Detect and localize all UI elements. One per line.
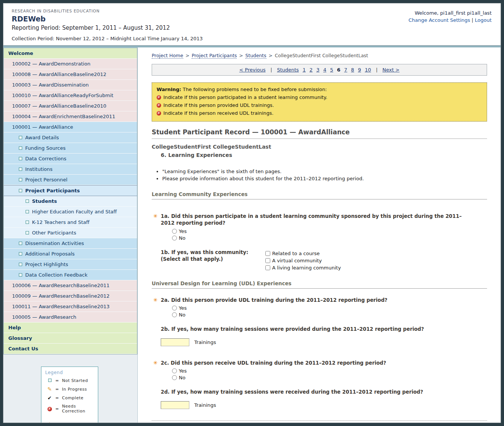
app-title: RDEWeb (12, 15, 203, 23)
sidebar-item[interactable]: Higher Education Faculty and Staff (4, 207, 137, 217)
previous-page-link[interactable]: < Previous (239, 67, 266, 73)
legend-equals: = (55, 422, 59, 423)
sidebar-item[interactable]: Funding Sources (4, 143, 137, 154)
checkbox-option[interactable]: Related to a course (265, 251, 341, 256)
legend-item-label: Not Started (62, 378, 88, 383)
sidebar-item[interactable]: 100004 — AwardEnrichmentBaseline2011 (4, 111, 137, 122)
checkbox[interactable] (265, 251, 270, 256)
warning-items: ✗Indicate if this person participated in… (157, 94, 482, 116)
page-number-link[interactable]: 8 (351, 67, 354, 73)
not-started-icon (19, 178, 22, 181)
radio-option-yes[interactable]: Yes (172, 228, 475, 234)
sidebar-item[interactable]: 100006 — AwardResearchBaseline2011 (4, 280, 137, 291)
radio-button[interactable] (172, 236, 177, 240)
sidebar-item[interactable]: 100001 — AwardAlliance (4, 122, 137, 132)
sidebar-item[interactable]: 100005 — AwardResearch (4, 312, 137, 323)
sidebar-item[interactable]: Additional Proposals (4, 249, 137, 259)
checkbox[interactable] (265, 258, 270, 263)
page-header: RESEARCH IN DISABILITIES EDUCATION RDEWe… (3, 3, 501, 45)
page-number-link[interactable]: 7 (344, 67, 347, 73)
page-number-link[interactable]: 3 (316, 67, 319, 73)
sidebar-item[interactable]: 100003 — AwardDissemination (4, 80, 137, 90)
sidebar-item-label: Data Collection Feedback (25, 272, 88, 278)
sidebar-item-label: Additional Proposals (25, 251, 75, 257)
page-number-link[interactable]: 2 (309, 67, 312, 73)
page-number-link[interactable]: 9 (358, 67, 361, 73)
sidebar-item[interactable]: 100009 — AwardResearchBaseline2012 (4, 291, 137, 301)
radio-option-yes[interactable]: Yes (172, 368, 475, 374)
sidebar-item[interactable]: Students (4, 196, 137, 207)
sidebar-item[interactable]: Data Collection Feedback (4, 270, 137, 280)
radio-option-no[interactable]: No (172, 312, 475, 318)
sidebar-item[interactable]: 100002 — AwardDemonstration (4, 59, 137, 69)
radio-button[interactable] (172, 229, 177, 234)
account-links: Change Account Settings|Logout (408, 17, 492, 23)
sidebar-item-label: Project Highlights (25, 262, 68, 267)
sidebar-item[interactable]: 100011 — AwardResearchBaseline2013 (4, 301, 137, 312)
sidebar-item[interactable]: Project Personnel (4, 175, 137, 185)
question-1b-line1: 1b. If yes, was this community: (161, 249, 265, 256)
pagination-separator: | (376, 67, 378, 73)
radio-option-yes[interactable]: Yes (172, 305, 475, 311)
question-1b-options: Related to a courseA virtual communityA … (265, 249, 341, 271)
legend-equals: = (55, 406, 59, 411)
question-1b: 1b. If yes, was this community: (Select … (152, 249, 487, 271)
part-heading: 6. Learning Experiences (161, 152, 487, 158)
students-list-link[interactable]: Students (277, 67, 299, 73)
sidebar-item[interactable]: Dissemination Activities (4, 238, 137, 249)
legend-item-label: Required (62, 422, 82, 423)
sidebar-item-label: 100004 — AwardEnrichmentBaseline2011 (12, 114, 115, 119)
checkbox-option[interactable]: A virtual community (265, 258, 341, 263)
breadcrumb-link-project-participants[interactable]: Project Participants (192, 53, 237, 59)
page-number-links: 12345678910 (301, 67, 373, 73)
trainings-provided-input[interactable] (161, 338, 189, 346)
breadcrumb-current: CollegeStudentFirst CollegeStudentLast (275, 53, 368, 58)
sidebar-item[interactable]: Award Details (4, 132, 137, 143)
question-1a-options: YesNo (172, 228, 475, 241)
checkbox-option-label: A living learning community (272, 265, 341, 271)
radio-button[interactable] (172, 368, 177, 373)
sidebar-item[interactable]: Other Participants (4, 228, 137, 238)
page-number-link[interactable]: 1 (303, 67, 306, 73)
radio-option-no[interactable]: No (172, 375, 475, 380)
change-account-settings-link[interactable]: Change Account Settings (408, 17, 470, 23)
current-page-number: 6 (337, 67, 340, 73)
sidebar-item[interactable]: K-12 Teachers and Staff (4, 217, 137, 228)
breadcrumb-link-project-home[interactable]: Project Home (152, 53, 183, 59)
breadcrumb-link-students[interactable]: Students (245, 53, 266, 59)
page-number-link[interactable]: 10 (365, 67, 371, 73)
trainings-received-input[interactable] (161, 401, 189, 409)
checkbox[interactable] (265, 265, 270, 270)
sidebar-item[interactable]: Data Corrections (4, 154, 137, 164)
sidebar-item[interactable]: Institutions (4, 164, 137, 175)
sidebar-item[interactable]: 100007 — AwardAllianceBaseline2010 (4, 101, 137, 111)
sidebar-item[interactable]: Help (4, 323, 137, 333)
radio-button[interactable] (172, 306, 177, 310)
radio-button[interactable] (172, 375, 177, 380)
legend-equals: = (55, 387, 59, 392)
logout-link[interactable]: Logout (475, 17, 492, 23)
next-page-link[interactable]: Next > (382, 67, 399, 73)
sidebar-item[interactable]: Project Participants (4, 185, 137, 196)
sidebar-item-label: Students (32, 198, 57, 204)
not-started-icon (19, 157, 22, 160)
required-icon: ✳ (45, 421, 54, 423)
sidebar-item[interactable]: 100008 — AwardAllianceBaseline2012 (4, 69, 137, 80)
page-number-link[interactable]: 5 (330, 67, 333, 73)
sidebar-item[interactable]: Project Highlights (4, 259, 137, 270)
not-started-icon (26, 221, 29, 224)
main-content: Project Home>Project Participants>Studen… (138, 47, 501, 423)
sidebar-item[interactable]: Contact Us (4, 344, 137, 354)
radio-button[interactable] (172, 312, 177, 317)
sidebar-item[interactable]: 100010 — AwardAllianceReadyForSubmit (4, 90, 137, 101)
sidebar-item[interactable]: Glossary (4, 333, 137, 344)
welcome-message: Welcome, pi1all_first pi1all_last (408, 10, 492, 16)
page-number-link[interactable]: 4 (323, 67, 326, 73)
checkbox-option[interactable]: A living learning community (265, 265, 341, 271)
intro-bullet: Please provide information about this st… (162, 176, 487, 181)
sidebar-item[interactable]: Welcome (4, 48, 137, 59)
pencil-icon: ✎ (45, 386, 54, 392)
legend-item: ✔=Complete (45, 395, 96, 401)
required-icon: ✳ (153, 360, 158, 366)
radio-option-no[interactable]: No (172, 235, 475, 241)
